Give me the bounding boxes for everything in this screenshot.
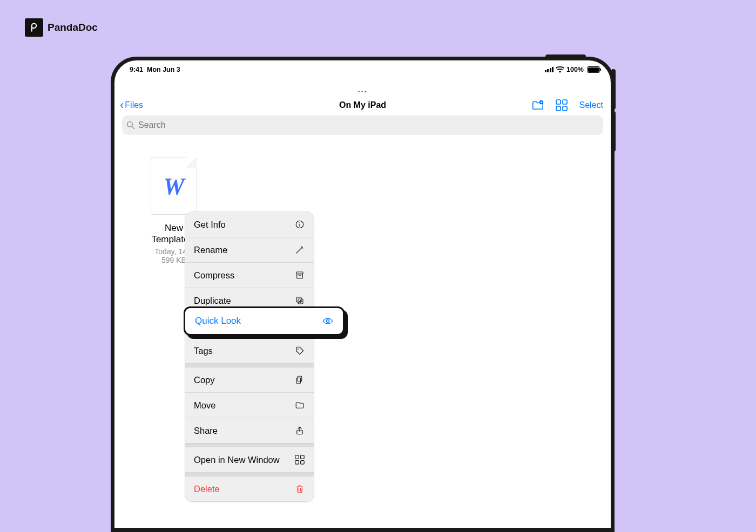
svg-rect-25 — [301, 461, 305, 465]
menu-compress[interactable]: Compress — [185, 263, 314, 288]
select-button[interactable]: Select — [579, 100, 603, 110]
word-doc-icon: W — [163, 173, 184, 200]
menu-tags[interactable]: Tags — [185, 338, 314, 364]
back-label: Files — [125, 100, 143, 110]
folder-badge-icon[interactable] — [532, 99, 544, 111]
menu-label: Tags — [194, 346, 213, 356]
menu-open-new-window[interactable]: Open in New Window — [185, 447, 314, 473]
copy-icon — [294, 374, 305, 385]
svg-rect-5 — [563, 106, 567, 111]
info-icon — [294, 219, 305, 230]
menu-label: Quick Look — [195, 316, 241, 326]
svg-rect-20 — [296, 378, 301, 384]
menu-get-info[interactable]: Get Info — [185, 212, 314, 237]
menu-rename[interactable]: Rename — [185, 237, 314, 263]
page-title: On My iPad — [339, 100, 386, 110]
status-bar: 9:41 Mon Jun 3 100% — [114, 60, 611, 73]
svg-rect-19 — [298, 376, 302, 381]
archive-icon — [294, 270, 305, 281]
battery-percent: 100% — [566, 66, 584, 73]
svg-point-6 — [127, 122, 133, 127]
tag-icon — [294, 345, 305, 356]
menu-label: Rename — [194, 245, 227, 255]
pencil-icon — [294, 244, 305, 255]
menu-separator — [185, 473, 314, 476]
pandadoc-brand: PandaDoc — [25, 18, 98, 37]
svg-point-18 — [298, 349, 299, 350]
window-grid-icon — [294, 454, 305, 465]
status-date: Mon Jun 3 — [147, 66, 180, 73]
menu-delete[interactable]: Delete — [185, 476, 314, 501]
menu-label: Copy — [194, 375, 215, 385]
pandadoc-label: PandaDoc — [48, 22, 98, 33]
svg-rect-4 — [556, 106, 561, 111]
pandadoc-icon — [25, 18, 43, 37]
svg-rect-3 — [563, 100, 567, 104]
svg-point-9 — [299, 222, 300, 223]
folder-icon — [294, 400, 305, 411]
more-dots-icon[interactable]: ··· — [114, 87, 611, 96]
menu-label: Compress — [194, 270, 234, 281]
file-thumbnail: W — [151, 158, 197, 215]
svg-point-1 — [541, 101, 542, 103]
menu-share[interactable]: Share — [185, 418, 314, 444]
grid-view-icon[interactable] — [556, 99, 568, 111]
menu-separator — [185, 444, 314, 447]
svg-rect-24 — [295, 461, 299, 465]
menu-label: Move — [194, 400, 215, 411]
menu-label: Get Info — [194, 220, 226, 230]
svg-line-7 — [132, 126, 134, 128]
svg-rect-2 — [556, 100, 561, 104]
status-time: 9:41 — [130, 66, 143, 73]
context-menu: Get Info Rename Compress Duplicate — [185, 212, 314, 502]
trash-icon — [294, 483, 305, 494]
menu-copy[interactable]: Copy — [185, 367, 314, 393]
search-icon — [126, 121, 135, 129]
svg-rect-22 — [295, 455, 299, 459]
svg-rect-12 — [297, 274, 303, 278]
menu-separator — [185, 364, 314, 367]
menu-label: Delete — [194, 484, 220, 494]
menu-label: Open in New Window — [194, 455, 280, 465]
chevron-left-icon: ‹ — [120, 99, 124, 111]
ipad-frame: 9:41 Mon Jun 3 100% ··· ‹ Files On My iP… — [111, 57, 615, 532]
svg-point-26 — [327, 320, 329, 323]
search-bar[interactable] — [122, 115, 603, 135]
wifi-icon — [556, 66, 564, 73]
signal-icon — [545, 67, 554, 72]
nav-bar: ‹ Files On My iPad Select — [114, 96, 611, 115]
back-button[interactable]: ‹ Files — [120, 99, 143, 111]
eye-icon — [322, 316, 333, 326]
battery-icon — [587, 66, 600, 73]
menu-move[interactable]: Move — [185, 393, 314, 418]
svg-rect-23 — [301, 455, 305, 459]
menu-label: Duplicate — [194, 296, 231, 306]
share-icon — [294, 425, 305, 436]
menu-quick-look[interactable]: Quick Look — [184, 306, 345, 336]
menu-label: Share — [194, 426, 218, 436]
duplicate-icon — [294, 295, 305, 306]
search-input[interactable] — [138, 120, 599, 130]
